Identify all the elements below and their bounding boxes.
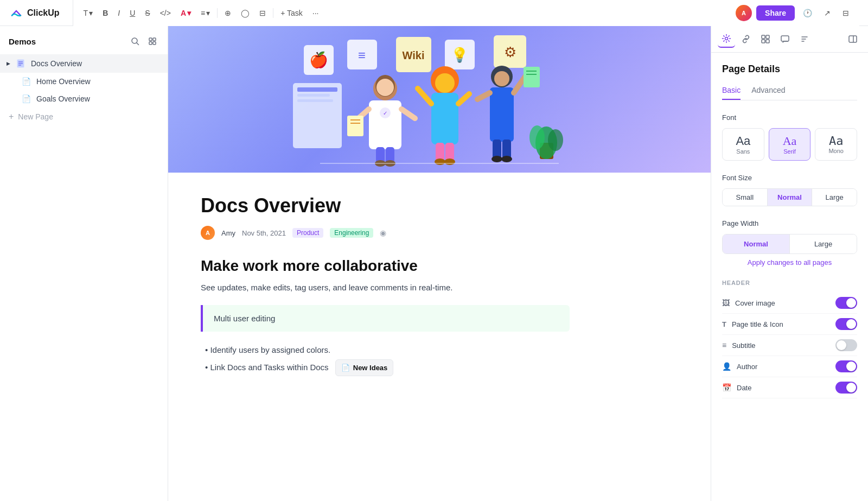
inline-doc-card[interactable]: 📄 New Ideas [335, 359, 394, 376]
author-toggle[interactable] [835, 360, 857, 372]
font-sans-preview: Aa [727, 134, 760, 148]
panel-tab-advanced[interactable]: Advanced [751, 86, 785, 100]
bold-button[interactable]: B [99, 6, 112, 20]
sidebar-item-goals-overview[interactable]: 📄 Goals Overview [0, 90, 168, 107]
cover-illustration: 🍎 ≡ Wiki 💡 ⚙ [168, 26, 711, 173]
link-button[interactable]: ⊕ [221, 6, 235, 20]
font-size-small[interactable]: Small [723, 189, 768, 206]
export-button[interactable]: ↗ [820, 6, 834, 20]
svg-point-48 [435, 158, 445, 165]
panel-tab-settings[interactable] [718, 30, 735, 48]
doc-blockquote: Multi user editing [201, 305, 570, 332]
font-color-button[interactable]: A ▾ [177, 6, 195, 20]
subtitle-toggle[interactable] [835, 339, 857, 351]
new-page-button[interactable]: + New Page [0, 107, 168, 126]
svg-line-33 [401, 109, 415, 118]
width-large[interactable]: Large [790, 234, 857, 253]
svg-rect-6 [153, 42, 156, 45]
svg-point-49 [444, 158, 455, 165]
svg-rect-25 [297, 99, 333, 102]
tag-product[interactable]: Product [292, 228, 323, 238]
svg-point-65 [548, 129, 563, 151]
svg-point-0 [9, 5, 24, 21]
toggle-page-title: T Page title & Icon [722, 314, 857, 335]
author-avatar: A [201, 226, 215, 240]
panel-tab-basic[interactable]: Basic [722, 86, 741, 100]
bullet-item-1: • Identify users by assigned colors. [205, 343, 570, 357]
svg-rect-3 [149, 38, 152, 41]
page-icon: 📄 [22, 77, 31, 86]
bullet-item-2: • Link Docs and Tasks within Docs 📄 New … [205, 359, 570, 376]
bookmark-button[interactable]: ⊟ [256, 6, 270, 20]
svg-text:💡: 💡 [451, 46, 469, 64]
chevron-icon: ▶ [7, 61, 10, 66]
more-options-button[interactable]: ··· [309, 6, 323, 20]
svg-rect-70 [762, 40, 765, 43]
strike-button[interactable]: S [141, 6, 154, 20]
font-size-label: Font Size [722, 174, 857, 182]
panel-tab-comment[interactable] [776, 30, 794, 48]
toolbar-right-actions: A Share 🕐 ↗ ⊟ [736, 5, 853, 21]
font-size-large[interactable]: Large [812, 189, 857, 206]
apply-changes-link[interactable]: Apply changes to all pages [722, 258, 857, 267]
toolbar-separator [217, 8, 218, 18]
page-title-toggle[interactable] [835, 318, 857, 330]
panel-tab-sort[interactable] [796, 30, 813, 48]
sidebar-navigation: ▶ Docs Overview 📄 Home Overview 📄 Goals … [0, 52, 168, 128]
text-style-button[interactable]: T ▾ [80, 6, 97, 20]
svg-rect-76 [849, 36, 857, 42]
header-section-label: HEADER [722, 280, 857, 286]
svg-rect-42 [431, 93, 458, 144]
svg-rect-69 [766, 35, 769, 39]
sidebar-item-label: Home Overview [36, 77, 91, 86]
toggle-cover-image: 🖼 Cover image [722, 293, 857, 314]
font-mono-preview: Aa [820, 134, 852, 148]
panel-tab-panel[interactable] [844, 30, 861, 48]
svg-point-52 [494, 71, 509, 86]
sidebar-item-docs-overview[interactable]: ▶ Docs Overview [0, 54, 168, 73]
svg-point-64 [529, 125, 545, 149]
sidebar-item-home-overview[interactable]: 📄 Home Overview [0, 73, 168, 90]
align-button[interactable]: ≡ ▾ [197, 6, 214, 20]
sidebar-header: Demos [0, 26, 168, 52]
subtitle-label: Subtitle [732, 341, 755, 350]
underline-button[interactable]: U [126, 6, 139, 20]
tag-engineering[interactable]: Engineering [330, 228, 373, 238]
panel-icon-tabs [711, 26, 868, 53]
app-logo[interactable]: ClickUp [9, 5, 60, 21]
add-task-button[interactable]: + Task [277, 6, 307, 20]
font-mono[interactable]: Aa Mono [815, 128, 857, 161]
svg-text:≡: ≡ [358, 48, 366, 62]
svg-rect-72 [781, 36, 789, 41]
svg-rect-4 [153, 38, 156, 41]
code-button[interactable]: </> [156, 6, 175, 20]
tag-more-icon[interactable]: ◉ [380, 229, 386, 237]
panel-tab-grid[interactable] [757, 30, 774, 48]
share-button[interactable]: Share [756, 5, 795, 21]
comment-button[interactable]: ◯ [237, 6, 253, 20]
docs-overview-icon [16, 59, 25, 68]
collapse-panel-button[interactable]: ⊟ [839, 6, 853, 20]
font-serif[interactable]: Aa Serif [769, 128, 811, 161]
date-toggle[interactable] [835, 382, 857, 394]
font-sans[interactable]: Aa Sans [722, 128, 764, 161]
panel-tab-link[interactable] [737, 30, 755, 48]
history-button[interactable]: 🕐 [799, 6, 816, 20]
panel-title: Page Details [722, 64, 857, 75]
subtitle-icon: ≡ [722, 341, 726, 350]
svg-text:⚙: ⚙ [504, 44, 516, 60]
search-button[interactable] [129, 35, 142, 48]
layout-button[interactable] [146, 35, 159, 48]
font-label: Font [722, 113, 857, 122]
svg-rect-68 [762, 35, 765, 39]
cover-image-toggle[interactable] [835, 297, 857, 309]
svg-point-43 [435, 73, 455, 93]
italic-button[interactable]: I [114, 6, 124, 20]
doc-body: Docs Overview A Amy Nov 5th, 2021 Produc… [168, 173, 602, 400]
font-size-normal[interactable]: Normal [768, 189, 813, 206]
right-panel: Page Details Basic Advanced Font Aa Sans… [711, 26, 868, 501]
workspace-title: Demos [9, 37, 36, 46]
width-normal[interactable]: Normal [723, 234, 790, 253]
panel-subtabs: Basic Advanced [722, 86, 857, 100]
user-avatar[interactable]: A [736, 5, 752, 21]
